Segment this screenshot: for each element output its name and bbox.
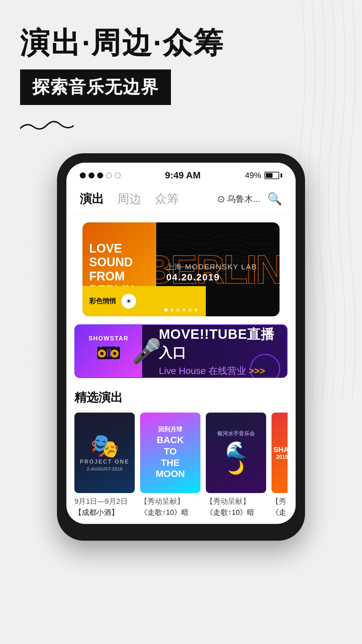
event-card-3[interactable]: 银河水手音乐会 🌊 🌙 【秀动呈献】 《走歌↑10》暗 xyxy=(206,413,266,518)
tab-shows[interactable]: 演出 xyxy=(80,191,104,207)
status-right: 49% xyxy=(245,171,282,180)
signal-dot-4 xyxy=(106,172,112,178)
card-2-name: 《走歌↑10》暗 xyxy=(140,508,200,518)
banner-date: 04.20.2019 xyxy=(166,272,257,283)
svg-rect-12 xyxy=(107,348,108,357)
banner-venue: 上海 MODERNSKY LAB xyxy=(166,262,257,272)
subtitle-box: 探索音乐无边界 xyxy=(20,69,171,105)
featured-section: 精选演出 🎭 PROJECT ONE 2-AUGUST-2019 9月1日—9月… xyxy=(66,386,296,524)
svg-rect-10 xyxy=(100,345,102,347)
signal-dot-1 xyxy=(80,172,86,178)
location-pin-icon: ⊙ xyxy=(217,194,225,205)
card-2-date: 【秀动呈献】 xyxy=(140,496,200,506)
battery-body xyxy=(264,172,279,179)
back-moon-en: BACKTOTHEMOON xyxy=(156,434,185,479)
banner-bottom-bar: 彩色悄悄 ☀ xyxy=(82,286,206,316)
project-one-text: PROJECT ONE xyxy=(80,459,129,465)
phone-mockup: 9:49 AM 49% 演出 周边 众筹 ⊙ xyxy=(0,153,362,541)
app-nav: 演出 周边 众筹 ⊙ 乌鲁木... 🔍 xyxy=(66,184,296,214)
battery-tip xyxy=(281,173,282,177)
location-text: 乌鲁木... xyxy=(227,193,260,205)
signal-dot-3 xyxy=(97,172,103,178)
phone-screen: 9:49 AM 49% 演出 周边 众筹 ⊙ xyxy=(66,163,296,524)
event-card-1[interactable]: 🎭 PROJECT ONE 2-AUGUST-2019 9月1日—9月2日 【成… xyxy=(74,413,135,518)
svg-rect-11 xyxy=(116,345,117,347)
project-subtext: 2-AUGUST-2019 xyxy=(80,466,129,472)
promo-banner[interactable]: SHOWSTAR xyxy=(74,324,288,378)
signal-indicators xyxy=(80,172,121,178)
card-1-date: 9月1日—9月2日 xyxy=(74,496,135,506)
battery-icon xyxy=(264,172,282,179)
project-one-art: 🎭 PROJECT ONE 2-AUGUST-2019 xyxy=(80,434,129,472)
event-card-4[interactable]: SHANG 2019.8.1 【秀 《走 xyxy=(272,413,288,518)
main-title: 演出·周边·众筹 xyxy=(20,27,342,59)
main-banner[interactable]: LOVESOUNDFROMBERLIN xyxy=(82,222,280,316)
colorful-label: 彩色悄悄 xyxy=(89,297,116,306)
galaxy-art: 银河水手音乐会 🌊 🌙 xyxy=(217,430,255,475)
featured-title: 精选演出 xyxy=(74,389,288,406)
shang-text: SHANG xyxy=(273,445,288,454)
event-card-2-image: 回到月球 BACKTOTHEMOON xyxy=(140,413,200,493)
card-3-name: 《走歌↑10》暗 xyxy=(206,508,266,518)
wave-decoration xyxy=(20,115,342,133)
return-moon-cn: 回到月球 xyxy=(156,426,185,433)
promo-subtitle-text: Live House 在线营业 xyxy=(159,365,246,377)
music-player-icon xyxy=(95,343,122,366)
featured-cards-row: 🎭 PROJECT ONE 2-AUGUST-2019 9月1日—9月2日 【成… xyxy=(74,413,288,518)
header-section: 演出·周边·众筹 探索音乐无边界 xyxy=(0,0,362,147)
svg-rect-13 xyxy=(110,348,111,357)
banner-dots xyxy=(164,308,198,312)
card-3-date: 【秀动呈献】 xyxy=(206,496,266,506)
tab-merch[interactable]: 周边 xyxy=(117,191,141,207)
subtitle-text: 探索音乐无边界 xyxy=(32,77,159,97)
card-1-name: 【成都小酒】 xyxy=(74,508,135,518)
showstar-text: SHOWSTAR xyxy=(88,335,129,342)
event-card-4-image: SHANG 2019.8.1 xyxy=(272,413,288,493)
event-card-2[interactable]: 回到月球 BACKTOTHEMOON 【秀动呈献】 《走歌↑10》暗 xyxy=(140,413,200,518)
back-to-moon-art: 回到月球 BACKTOTHEMOON xyxy=(156,426,185,480)
shang-art: SHANG 2019.8.1 xyxy=(273,445,288,460)
event-card-1-image: 🎭 PROJECT ONE 2-AUGUST-2019 xyxy=(74,413,135,493)
banner-sun-icon: ☀ xyxy=(121,294,136,309)
galaxy-face-emoji: 🌙 xyxy=(217,460,255,475)
shang-date: 2019.8.1 xyxy=(273,454,288,460)
banner-info: 上海 MODERNSKY LAB 04.20.2019 xyxy=(166,262,257,283)
galaxy-girl-emoji: 🌊 xyxy=(217,440,255,460)
battery-fill xyxy=(266,173,273,178)
search-button[interactable]: 🔍 xyxy=(267,192,282,206)
status-time: 9:49 AM xyxy=(165,170,200,181)
dot-5 xyxy=(188,308,192,312)
tab-crowdfund[interactable]: 众筹 xyxy=(155,191,179,207)
signal-dot-2 xyxy=(88,172,95,178)
mask-icon: 🎭 xyxy=(80,434,129,458)
dot-3 xyxy=(176,308,180,312)
battery-percent: 49% xyxy=(245,171,261,180)
card-4-name: 《走 xyxy=(272,508,288,518)
signal-dot-5 xyxy=(115,172,121,178)
card-4-date: 【秀 xyxy=(272,496,288,506)
dot-6 xyxy=(194,308,198,312)
galaxy-cn-title: 银河水手音乐会 xyxy=(217,430,255,437)
svg-point-9 xyxy=(113,352,116,355)
dot-4 xyxy=(182,308,186,312)
svg-point-7 xyxy=(100,352,104,355)
status-bar: 9:49 AM 49% xyxy=(66,163,296,184)
location-selector[interactable]: ⊙ 乌鲁木... xyxy=(217,193,260,205)
dot-1 xyxy=(164,308,168,312)
microphone-icon: 🎤 xyxy=(131,337,162,365)
event-card-3-image: 银河水手音乐会 🌊 🌙 xyxy=(206,413,266,493)
dot-2 xyxy=(170,308,174,312)
phone-frame: 9:49 AM 49% 演出 周边 众筹 ⊙ xyxy=(57,153,305,541)
